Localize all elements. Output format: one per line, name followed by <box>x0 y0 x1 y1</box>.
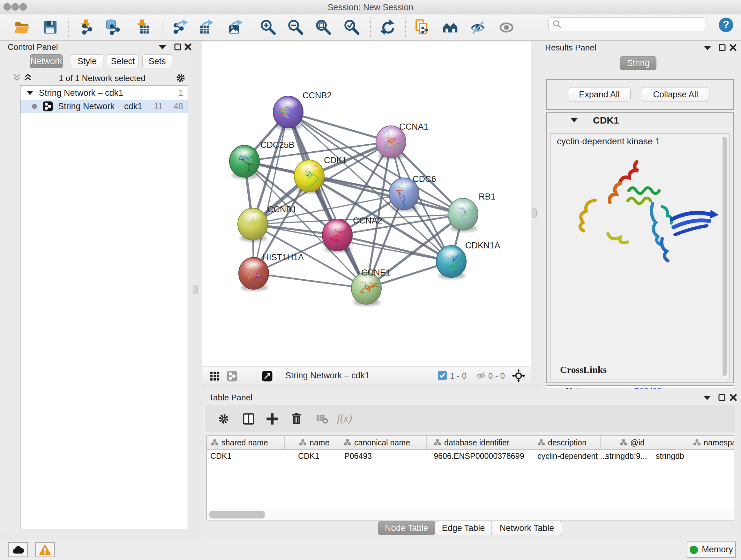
entry-scrollbar-thumb[interactable] <box>723 137 727 376</box>
column-header--id[interactable]: @id <box>601 436 653 449</box>
table-cell[interactable]: 9606.ENSP00000378699 <box>427 449 534 462</box>
node-CDKN1A[interactable]: CDKN1A <box>436 241 500 279</box>
status-bar: Memory <box>0 539 741 560</box>
first-neighbors-of-selected-nodes-icon <box>442 19 459 36</box>
control-panel-menu-icon[interactable] <box>159 45 166 50</box>
network-collection-row[interactable]: String Network – cdk1 1 <box>20 86 188 100</box>
open-session-button[interactable] <box>13 18 30 36</box>
zoom-selected-region-button[interactable] <box>343 18 360 36</box>
first-neighbors-of-selected-nodes-button[interactable] <box>442 18 460 36</box>
column-label: database identifier <box>444 438 509 447</box>
node-HIST1H1A[interactable]: HIST1H1A <box>239 253 304 291</box>
add-column-icon[interactable] <box>265 412 280 426</box>
grid-view-icon[interactable] <box>209 370 221 383</box>
tab-edge-table[interactable]: Edge Table <box>435 521 492 535</box>
zoom-out-button[interactable] <box>286 18 305 36</box>
table-panel-menu-icon[interactable] <box>704 396 711 400</box>
show-all-nodes-and-edges-button[interactable] <box>497 18 515 36</box>
expand-all-networks-icon[interactable] <box>23 73 32 83</box>
entry-scrollbar[interactable] <box>722 136 728 378</box>
node-RB1[interactable]: RB1 <box>448 192 495 232</box>
table-cell[interactable]: cyclin-dependent ... <box>527 449 611 462</box>
table-panel-float-icon[interactable] <box>718 393 726 401</box>
right-splitter-handle[interactable] <box>532 208 537 218</box>
import-table-from-file-button[interactable] <box>133 18 151 36</box>
collapse-all-button[interactable]: Collapse All <box>642 87 710 102</box>
import-network-from-file-button[interactable] <box>77 18 95 36</box>
control-panel-close-icon[interactable] <box>184 43 192 51</box>
table-cell[interactable]: stringdb <box>653 449 734 462</box>
zoom-fit-content-button[interactable] <box>314 18 332 36</box>
tab-style[interactable]: Style <box>71 54 104 68</box>
results-panel-float-icon[interactable] <box>718 44 726 52</box>
left-splitter-handle[interactable] <box>193 285 198 294</box>
pan-crosshair-icon[interactable] <box>512 369 525 384</box>
tab-select[interactable]: Select <box>107 54 139 68</box>
column-header-description[interactable]: description <box>527 436 601 449</box>
node-CDK1[interactable]: CDK1 <box>294 155 347 193</box>
save-session-button[interactable] <box>41 18 59 36</box>
search-input[interactable] <box>562 19 697 30</box>
column-type-icon <box>434 439 441 446</box>
entry-collapse-icon[interactable] <box>570 118 578 122</box>
tab-network-table[interactable]: Network Table <box>492 521 562 535</box>
delete-column-trash-icon[interactable] <box>289 412 304 426</box>
node-CCNA1[interactable]: CCNA1 <box>375 122 428 159</box>
tab-sets[interactable]: Sets <box>142 54 172 68</box>
results-panel-close-icon[interactable] <box>729 44 737 52</box>
birds-eye-view-icon[interactable] <box>261 370 273 383</box>
zoom-in-button[interactable] <box>259 18 277 36</box>
collapse-all-networks-icon[interactable] <box>13 73 21 83</box>
table-horizontal-scrollbar[interactable] <box>207 509 734 520</box>
help-button[interactable]: ? <box>718 17 734 33</box>
column-header-database-identifier[interactable]: database identifier <box>427 436 527 449</box>
column-header-name[interactable]: name <box>285 436 337 449</box>
network-canvas[interactable]: CCNB2CCNA1CDC25BCDK1CDC6RB1CCNB1CCNA2CDK… <box>202 42 531 367</box>
show-columns-icon[interactable] <box>241 412 256 426</box>
import-network-from-database-button[interactable] <box>104 18 122 36</box>
collection-expander-icon[interactable] <box>27 91 33 95</box>
table-cell[interactable]: stringdb:9... <box>601 449 658 462</box>
control-panel-float-icon[interactable] <box>174 43 182 51</box>
column-type-icon <box>211 439 219 446</box>
network-graph[interactable]: CCNB2CCNA1CDC25BCDK1CDC6RB1CCNB1CCNA2CDK… <box>202 42 531 367</box>
cloud-button[interactable] <box>8 542 28 557</box>
toolbar-separator <box>254 17 254 37</box>
toolbar-separator <box>162 17 162 37</box>
search-field[interactable] <box>548 17 706 31</box>
export-image-button[interactable] <box>226 18 244 36</box>
table-panel-close-icon[interactable] <box>729 393 738 401</box>
scrollbar-thumb[interactable] <box>209 511 265 518</box>
column-header-canonical-name[interactable]: canonical name <box>337 436 427 449</box>
tab-node-table[interactable]: Node Table <box>378 521 435 535</box>
table-cell[interactable]: CDK1 <box>207 449 288 462</box>
hide-selected-nodes-and-edges-button[interactable] <box>469 18 487 36</box>
new-network-from-selection-button[interactable] <box>413 18 431 36</box>
export-network-button[interactable] <box>172 18 190 36</box>
node-CCNB1[interactable]: CCNB1 <box>238 205 297 242</box>
node-table[interactable]: shared namenamecanonical namedatabase id… <box>206 435 734 520</box>
column-header-shared-name[interactable]: shared name <box>207 436 285 449</box>
zoom-fit-content-icon <box>315 19 332 36</box>
tab-network[interactable]: Network <box>30 54 63 68</box>
results-panel-menu-icon[interactable] <box>704 46 711 50</box>
svg-text:?: ? <box>723 18 729 30</box>
toolbar-separator <box>68 17 69 37</box>
column-header-namespace[interactable]: namespace <box>653 436 734 449</box>
apply-preferred-layout-button[interactable] <box>378 18 396 36</box>
network-view-icon[interactable] <box>226 370 238 383</box>
memory-button[interactable]: Memory <box>687 542 736 558</box>
results-panel-title: Results Panel <box>545 43 596 53</box>
table-settings-gear-icon[interactable] <box>216 412 231 426</box>
table-cell[interactable]: P06493 <box>337 449 434 462</box>
selected-node-edge-counts: 1 - 0 <box>450 371 467 381</box>
network-panel-gear-icon[interactable] <box>174 71 187 85</box>
entry-description: cyclin-dependent kinase 1 <box>557 136 660 146</box>
export-table-button[interactable] <box>197 18 215 36</box>
selected-checkbox-icon[interactable] <box>438 371 447 380</box>
column-type-icon <box>299 439 307 446</box>
expand-all-button[interactable]: Expand All <box>568 87 630 102</box>
warnings-button[interactable] <box>35 542 55 557</box>
tab-string[interactable]: String <box>620 56 657 70</box>
network-row[interactable]: String Network – cdk1 11 48 <box>20 100 188 113</box>
